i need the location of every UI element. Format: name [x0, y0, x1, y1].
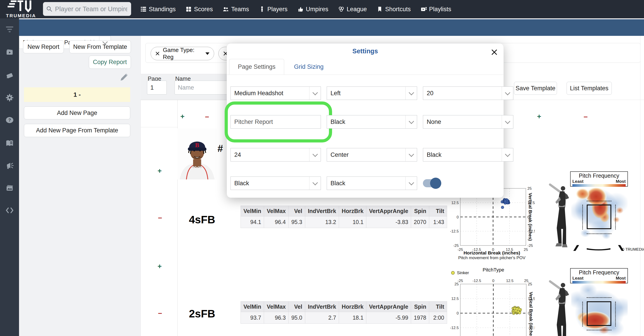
copy-report-button[interactable]: Copy Report: [89, 56, 131, 69]
stat-value: 2:00: [429, 312, 447, 324]
close-icon[interactable]: [490, 48, 498, 57]
sidebar-item-image-gallery[interactable]: [0, 181, 19, 195]
sidebar-item-gear[interactable]: [0, 91, 19, 104]
remove-grid-cell-button[interactable]: −: [158, 310, 162, 317]
select-player-description-alignment[interactable]: Left: [327, 87, 417, 100]
add-grid-cell-button[interactable]: +: [158, 262, 162, 270]
scatter1-xlabel: Horizontal Break (inches): [464, 250, 520, 256]
chevron-down-icon: [505, 119, 510, 124]
navbar-items: StandingsScoresTeamsPlayersUmpiresLeague…: [140, 0, 451, 18]
report-header-bar: [19, 19, 644, 36]
nav-item-scores[interactable]: Scores: [186, 6, 213, 13]
sidebar-item-flashcards[interactable]: [0, 69, 19, 82]
select-player-handedness-color-r-[interactable]: Black: [230, 177, 321, 190]
add-grid-cell-button[interactable]: +: [537, 113, 541, 120]
table-row: 93.796.395.02.718.1-5.9919782:00: [241, 312, 447, 324]
player-person-icon: [259, 6, 265, 12]
umpire-thumb-icon: [298, 6, 304, 12]
sidebar-item-guide-book[interactable]: [0, 136, 19, 150]
select-title-horizontal-alignment[interactable]: Center: [327, 148, 417, 162]
remove-grid-cell-button[interactable]: −: [584, 113, 588, 121]
report-control-panel: New Report New From Template Copy Report…: [19, 36, 141, 336]
remove-filter-icon[interactable]: [155, 51, 160, 56]
stat-header: HorzBrk: [339, 301, 366, 312]
nav-item-players[interactable]: Players: [259, 6, 288, 13]
select-chevron-cell: [406, 148, 417, 161]
tab-grid-sizing[interactable]: Grid Sizing: [294, 59, 324, 75]
save-template-button[interactable]: Save Template: [514, 82, 557, 95]
remove-grid-cell-button[interactable]: −: [158, 214, 162, 221]
list-templates-button[interactable]: List Templates: [566, 82, 612, 95]
select-title-text-color[interactable]: Black: [327, 115, 417, 129]
nav-item-playlists[interactable]: Playlists: [420, 6, 451, 13]
svg-text:-12.5: -12.5: [472, 279, 481, 283]
select-value: Center: [327, 151, 406, 158]
embed-code-icon: [6, 206, 14, 214]
chevron-down-icon: [312, 90, 318, 95]
page-list-item-1[interactable]: 1 -: [24, 87, 130, 102]
shadow-zone-line: [582, 302, 583, 326]
add-new-page-button[interactable]: Add New Page: [24, 106, 130, 119]
scatter2-ylabel: Vertical Break (inches): [528, 292, 534, 336]
add-new-page-from-template-button[interactable]: Add New Page From Template: [24, 124, 130, 137]
tab-page-settings[interactable]: Page Settings: [229, 59, 284, 75]
stat-value: 95.3: [288, 216, 305, 228]
scatter1-ylabel: Vertical Break (inches): [528, 193, 533, 241]
nav-item-label: Teams: [231, 6, 249, 13]
sidebar-item-video-playlist[interactable]: [0, 45, 19, 59]
svg-text:0: 0: [457, 215, 459, 219]
svg-text:?: ?: [8, 118, 11, 123]
nav-item-teams[interactable]: Teams: [223, 6, 249, 13]
most-label: Most: [616, 276, 626, 281]
flashcards-icon: [6, 71, 14, 79]
remove-grid-cell-button[interactable]: −: [205, 113, 209, 121]
nav-item-shortcuts[interactable]: Shortcuts: [376, 6, 410, 13]
sidebar-item-announcements[interactable]: [0, 159, 19, 172]
select-value: Black: [327, 119, 406, 125]
nav-item-league[interactable]: League: [338, 6, 367, 13]
select-player-description-format[interactable]: Medium Headshot: [230, 87, 321, 100]
sidebar-item-help[interactable]: ?: [0, 113, 19, 127]
stat-value: 96.4: [264, 216, 289, 228]
add-grid-cell-button[interactable]: +: [180, 113, 184, 120]
trumedia-logo-icon: [8, 1, 34, 13]
nav-item-standings[interactable]: Standings: [140, 6, 176, 13]
new-report-button[interactable]: New Report: [23, 40, 64, 53]
trumedia-logo[interactable]: TRUMEDIA: [3, 1, 39, 18]
home-plate-graphic: [573, 245, 624, 251]
select-value: 20: [423, 90, 502, 97]
svg-text:12.5: 12.5: [451, 201, 459, 205]
settings-modal-title: Settings: [227, 48, 504, 55]
select-title-font-size[interactable]: 24: [230, 148, 321, 162]
edit-pencil-icon[interactable]: [119, 73, 128, 82]
toggle-knob: [430, 178, 441, 189]
select-player-description-font-size[interactable]: 20: [423, 87, 513, 100]
page-title-input[interactable]: [230, 115, 321, 129]
select-chevron-cell: [502, 115, 513, 128]
stat-value: 1978: [411, 312, 429, 324]
stat-header: VelMax: [264, 301, 289, 312]
select-title-background-color[interactable]: None: [423, 115, 513, 129]
sidebar-item-embed-code[interactable]: [0, 204, 19, 217]
nav-item-label: Standings: [149, 6, 176, 13]
select-player-handedness-color-l-[interactable]: Black: [423, 148, 513, 162]
page-number-input[interactable]: [147, 81, 167, 95]
global-search[interactable]: [43, 2, 131, 16]
nav-item-umpires[interactable]: Umpires: [298, 6, 328, 13]
stat-value: 2070: [411, 216, 429, 228]
select-player-handedness-color-s-[interactable]: Black: [327, 177, 417, 190]
print-filters-toggle[interactable]: [423, 179, 440, 187]
add-grid-cell-button[interactable]: +: [158, 167, 162, 174]
stat-value: -5.99: [366, 312, 411, 324]
stat-header: Spin: [411, 301, 429, 312]
shadow-zone-line: [587, 330, 611, 330]
select-chevron-cell: [309, 148, 321, 161]
search-input[interactable]: [54, 5, 128, 13]
sidebar-item-filter[interactable]: [0, 23, 19, 36]
settings-modal: Settings Page Settings Grid Sizing Mediu…: [227, 43, 504, 198]
filter-chip-game-type[interactable]: Game Type: Reg: [150, 47, 214, 60]
new-from-template-button[interactable]: New From Template: [69, 40, 131, 53]
video-playlist-icon: [6, 48, 14, 56]
chevron-down-icon: [312, 180, 318, 185]
scatter1-caption: Pitch movement from pitcher's POV: [458, 255, 526, 260]
